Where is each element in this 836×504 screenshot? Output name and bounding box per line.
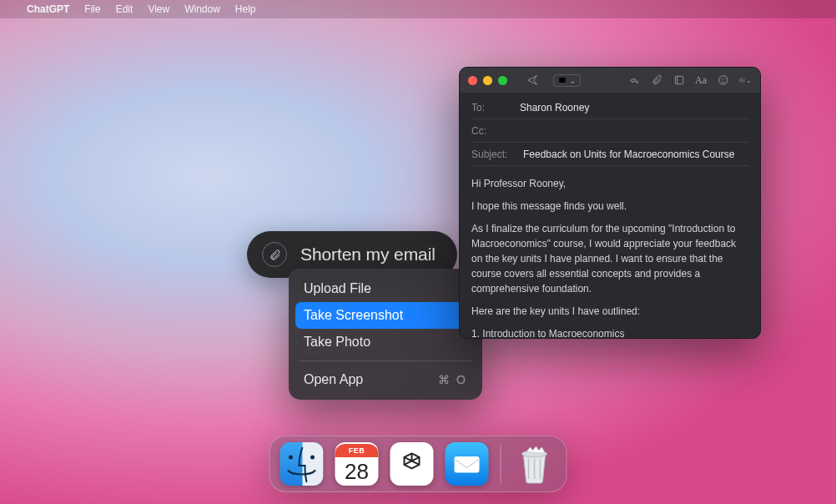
chatgpt-logo-icon bbox=[397, 449, 427, 479]
menu-help[interactable]: Help bbox=[235, 3, 256, 15]
menu-file[interactable]: File bbox=[84, 3, 100, 15]
menu-item-take-photo[interactable]: Take Photo bbox=[295, 329, 476, 355]
format-icon[interactable] bbox=[672, 74, 685, 87]
attachment-context-menu: Upload File Take Screenshot Take Photo O… bbox=[289, 269, 482, 400]
photo-icon[interactable]: ⌄ bbox=[739, 74, 752, 87]
dock: FEB 28 bbox=[269, 436, 567, 492]
prompt-text: Shorten my email bbox=[300, 244, 436, 265]
reply-icon[interactable] bbox=[627, 74, 640, 87]
to-field-row[interactable]: To: Sharon Rooney bbox=[471, 96, 748, 119]
menu-item-take-screenshot[interactable]: Take Screenshot bbox=[295, 302, 476, 329]
font-icon[interactable]: Aa bbox=[695, 74, 707, 87]
subject-value: Feedback on Units for Macroeconomics Cou… bbox=[523, 149, 734, 160]
menu-window[interactable]: Window bbox=[184, 3, 220, 15]
dock-separator bbox=[501, 445, 501, 483]
menu-item-label: Take Photo bbox=[304, 335, 370, 350]
svg-point-6 bbox=[741, 79, 742, 80]
attachment-button[interactable] bbox=[262, 242, 287, 267]
svg-rect-9 bbox=[455, 456, 480, 473]
svg-point-3 bbox=[721, 79, 722, 80]
cc-label: Cc: bbox=[471, 125, 511, 137]
window-minimize-button[interactable] bbox=[483, 76, 492, 85]
body-line: I hope this message finds you well. bbox=[471, 199, 748, 214]
menu-item-label: Upload File bbox=[304, 281, 371, 296]
compose-header-fields: To: Sharon Rooney Cc: Subject: Feedback … bbox=[460, 93, 760, 166]
to-label: To: bbox=[471, 102, 511, 113]
calendar-day: 28 bbox=[345, 459, 369, 485]
attach-icon[interactable] bbox=[650, 74, 662, 87]
menu-separator bbox=[299, 360, 472, 361]
subject-label: Subject: bbox=[471, 149, 515, 160]
compose-toolbar: ⌄ Aa ⌄ bbox=[460, 68, 760, 93]
menu-item-open-app[interactable]: Open App ⌘ O bbox=[295, 366, 476, 393]
trash-icon bbox=[517, 444, 552, 484]
compose-body[interactable]: Hi Professor Rooney, I hope this message… bbox=[460, 166, 760, 339]
to-value: Sharon Rooney bbox=[520, 102, 589, 113]
menu-edit[interactable]: Edit bbox=[116, 3, 133, 15]
menu-view[interactable]: View bbox=[148, 3, 169, 15]
header-dropdown[interactable]: ⌄ bbox=[553, 74, 581, 87]
menu-item-shortcut: ⌘ O bbox=[438, 373, 467, 386]
emoji-icon[interactable] bbox=[717, 74, 729, 87]
body-greeting: Hi Professor Rooney, bbox=[471, 176, 748, 191]
send-icon[interactable] bbox=[526, 74, 538, 87]
svg-rect-1 bbox=[675, 76, 682, 83]
finder-face-icon bbox=[280, 442, 324, 486]
dock-chatgpt-icon[interactable] bbox=[390, 442, 434, 486]
subject-field-row[interactable]: Subject: Feedback on Units for Macroecon… bbox=[471, 143, 748, 166]
dock-trash-icon[interactable] bbox=[513, 442, 556, 486]
dock-calendar-icon[interactable]: FEB 28 bbox=[335, 442, 379, 486]
window-close-button[interactable] bbox=[468, 76, 477, 85]
menubar: ChatGPT File Edit View Window Help bbox=[0, 0, 836, 18]
svg-point-7 bbox=[289, 456, 293, 460]
svg-point-8 bbox=[310, 456, 315, 460]
menubar-app-name[interactable]: ChatGPT bbox=[27, 3, 69, 15]
window-zoom-button[interactable] bbox=[498, 76, 507, 85]
body-list-heading: 1. Introduction to Macroeconomics bbox=[471, 326, 748, 339]
dock-mail-icon[interactable] bbox=[446, 442, 489, 486]
envelope-icon bbox=[451, 451, 484, 476]
menu-item-upload-file[interactable]: Upload File bbox=[295, 275, 476, 302]
body-line: Here are the key units I have outlined: bbox=[471, 304, 748, 319]
cc-field-row[interactable]: Cc: bbox=[471, 119, 748, 143]
paperclip-icon bbox=[269, 248, 281, 262]
svg-point-2 bbox=[718, 76, 728, 85]
svg-rect-0 bbox=[559, 78, 566, 83]
menu-item-label: Take Screenshot bbox=[304, 308, 403, 323]
body-paragraph: As I finalize the curriculum for the upc… bbox=[471, 221, 748, 296]
dock-finder-icon[interactable] bbox=[280, 442, 324, 486]
svg-point-4 bbox=[724, 79, 725, 80]
menu-item-label: Open App bbox=[304, 372, 363, 387]
calendar-month: FEB bbox=[335, 444, 379, 457]
mail-compose-window: ⌄ Aa ⌄ To: Sharon Rooney Cc: Subject: Fe… bbox=[459, 67, 761, 339]
